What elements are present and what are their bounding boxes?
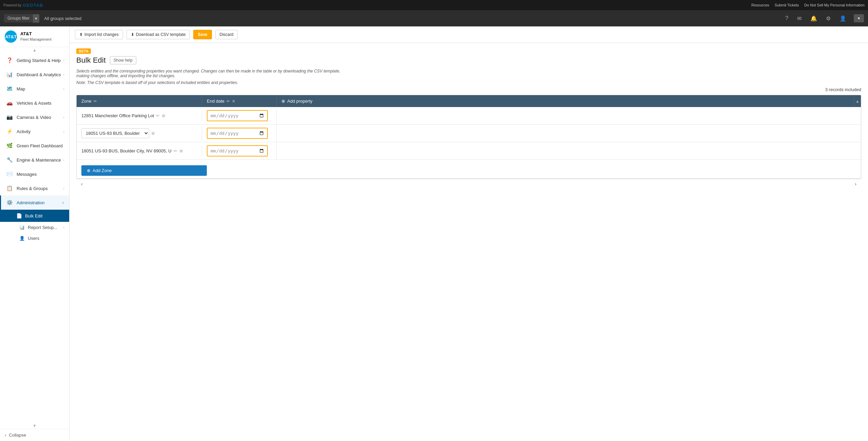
- end-date-input-3[interactable]: [207, 145, 268, 156]
- geotab-logo: Powered by GEOTAB: [3, 3, 43, 8]
- chevron-right-icon: ›: [63, 87, 64, 91]
- sidebar-item-activity[interactable]: ⚡ Activity ›: [0, 124, 69, 139]
- groups-filter-button[interactable]: Groups filter: [4, 14, 33, 22]
- table-row: 18051 US-93 BUS, Boulder City, NV 89... …: [77, 125, 861, 142]
- zone-cell-1: 12851 Manchester Office Parking Lot ✏ ⊗: [77, 110, 202, 121]
- import-list-changes-button[interactable]: ⬆ Import list changes: [75, 30, 123, 39]
- import-icon: ⬆: [79, 32, 83, 37]
- sidebar-item-administration[interactable]: ⚙️ Administration ∨: [0, 195, 69, 210]
- user-icon-button[interactable]: 👤: [838, 14, 848, 23]
- delete-zone-row3-icon[interactable]: ⊗: [179, 148, 183, 153]
- sidebar-item-label: Engine & Maintenance: [17, 158, 63, 163]
- groups-filter-arrow-button[interactable]: ▾: [33, 14, 39, 23]
- end-date-input-1[interactable]: [207, 110, 268, 121]
- sidebar-item-label: Rules & Groups: [17, 186, 63, 191]
- chevron-right-icon: ›: [63, 129, 64, 133]
- property-cell-3: [277, 148, 861, 154]
- bulk-edit-icon: 📄: [16, 212, 22, 219]
- do-not-sell-link[interactable]: Do Not Sell My Personal Information: [804, 3, 865, 7]
- edit-zone-row1-icon[interactable]: ✏: [156, 113, 160, 118]
- sidebar-sub-item-users[interactable]: 👤 Users: [0, 233, 69, 244]
- sidebar-item-messages[interactable]: ✉️ Messages: [0, 167, 69, 181]
- scroll-down-button[interactable]: ▼: [33, 423, 37, 428]
- sidebar-item-green-fleet[interactable]: 🌿 Green Fleet Dashboard: [0, 139, 69, 153]
- vehicles-icon: 🚗: [6, 99, 13, 107]
- help-icon-button[interactable]: ?: [784, 14, 790, 23]
- zone-column-header: Zone ✏: [77, 95, 202, 107]
- sidebar-item-rules[interactable]: 📋 Rules & Groups ›: [0, 181, 69, 195]
- sidebar-nav: ❓ Getting Started & Help › 📊 Dashboard &…: [0, 53, 69, 423]
- sidebar-item-label: Getting Started & Help: [17, 58, 63, 63]
- all-groups-text: All groups selected: [44, 16, 81, 21]
- page-title: Bulk Edit: [76, 56, 106, 65]
- sidebar-collapse-button[interactable]: ‹ Collapse: [0, 429, 69, 441]
- settings-icon-button[interactable]: ⚙: [825, 14, 832, 23]
- sidebar-item-vehicles[interactable]: 🚗 Vehicles & Assets: [0, 96, 69, 110]
- bell-icon-button[interactable]: 🔔: [809, 14, 818, 23]
- table-row: 18051 US-93 BUS, Boulder City, NV 89005,…: [77, 142, 861, 160]
- table-scroll-up-icon[interactable]: ▲: [854, 95, 861, 107]
- administration-icon: ⚙️: [6, 199, 13, 206]
- resources-link[interactable]: Resources: [751, 3, 769, 7]
- groups-bar: Groups filter ▾ All groups selected ? ✉ …: [0, 10, 868, 26]
- scroll-right-button[interactable]: ›: [853, 181, 859, 187]
- submit-tickets-link[interactable]: Submit Tickets: [775, 3, 799, 7]
- main-content: ⬆ Import list changes ⬇ Download as CSV …: [70, 26, 868, 441]
- dashboard-icon: 📊: [6, 71, 13, 78]
- sidebar-item-label: Green Fleet Dashboard: [17, 143, 64, 148]
- add-property-column-header[interactable]: ⊕ Add property: [277, 95, 854, 107]
- edit-zone-row3-icon[interactable]: ✏: [174, 148, 177, 153]
- sidebar-item-engine[interactable]: 🔧 Engine & Maintenance ›: [0, 153, 69, 167]
- save-button[interactable]: Save: [193, 30, 212, 39]
- sidebar-item-dashboard[interactable]: 📊 Dashboard & Analytics ›: [0, 67, 69, 82]
- groups-bar-actions: ? ✉ 🔔 ⚙ 👤 ▾: [784, 14, 864, 23]
- sidebar-scroll-down[interactable]: ▼: [0, 423, 69, 429]
- sidebar-item-cameras[interactable]: 📷 Cameras & Video ›: [0, 110, 69, 124]
- page-note: Note: The CSV template is based off of y…: [76, 80, 341, 85]
- download-csv-button[interactable]: ⬇ Download as CSV template: [126, 30, 190, 39]
- beta-badge: BETA: [76, 48, 91, 54]
- sidebar-scroll-up[interactable]: ▲: [0, 47, 69, 53]
- delete-zone-row1-icon[interactable]: ⊗: [162, 113, 165, 118]
- discard-button[interactable]: Discard: [215, 30, 238, 39]
- chevron-right-icon: ›: [63, 72, 64, 77]
- delete-zone-row2-icon[interactable]: ⊗: [151, 131, 155, 136]
- add-zone-button[interactable]: ⊕ Add Zone: [81, 165, 207, 176]
- green-fleet-icon: 🌿: [6, 142, 13, 149]
- chevron-down-icon: ∨: [62, 201, 64, 205]
- sidebar-item-label: Administration: [17, 200, 62, 205]
- sidebar-item-map[interactable]: 🗺️ Map ›: [0, 82, 69, 96]
- user-dropdown-button[interactable]: ▾: [854, 14, 864, 22]
- scroll-left-button[interactable]: ‹: [79, 181, 85, 187]
- page-description: Selects entities and the corresponding p…: [76, 69, 341, 78]
- map-icon: 🗺️: [6, 85, 13, 92]
- brand-logo-icon: AT&T: [5, 30, 17, 43]
- users-icon: 👤: [19, 235, 25, 241]
- download-label: Download as CSV template: [136, 32, 186, 37]
- sidebar-item-label: Messages: [17, 172, 64, 177]
- toolbar: ⬆ Import list changes ⬇ Download as CSV …: [70, 26, 868, 43]
- zone-dropdown-2[interactable]: 18051 US-93 BUS, Boulder City, NV 89...: [81, 128, 149, 138]
- show-help-button[interactable]: Show help: [110, 56, 136, 64]
- scroll-up-button[interactable]: ▲: [33, 48, 37, 52]
- add-property-label: Add property: [287, 99, 312, 104]
- bottom-scroll-bar: ‹ ›: [76, 179, 861, 189]
- delete-end-date-icon[interactable]: ✕: [232, 99, 235, 104]
- sidebar-sub-item-report-setup[interactable]: 📊 Report Setup... ›: [0, 222, 69, 233]
- sidebar-item-label: Map: [17, 86, 63, 91]
- chevron-right-icon: ›: [63, 186, 64, 190]
- sidebar-item-getting-started[interactable]: ❓ Getting Started & Help ›: [0, 53, 69, 67]
- sidebar-sub-item-bulk-edit[interactable]: 📄 Bulk Edit: [0, 210, 69, 222]
- end-date-input-2[interactable]: [207, 128, 268, 139]
- discard-label: Discard: [220, 32, 234, 37]
- chevron-right-icon: ›: [63, 158, 64, 162]
- zone-column-label: Zone: [81, 99, 92, 104]
- rules-icon: 📋: [6, 185, 13, 192]
- edit-zone-icon[interactable]: ✏: [94, 99, 97, 104]
- mail-icon-button[interactable]: ✉: [796, 14, 803, 23]
- import-label: Import list changes: [84, 32, 119, 37]
- sidebar: AT&T AT&T Fleet Management ▲ ❓ Getting S…: [0, 26, 70, 441]
- download-icon: ⬇: [131, 32, 134, 37]
- edit-end-date-icon[interactable]: ✏: [226, 99, 230, 104]
- end-date-cell-2: [202, 125, 277, 142]
